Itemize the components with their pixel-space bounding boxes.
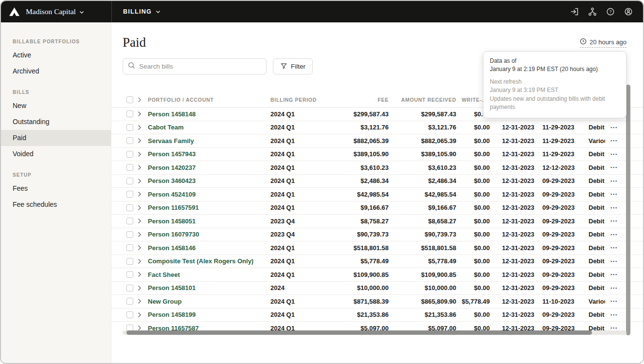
- sidebar-item-fees[interactable]: Fees: [1, 181, 111, 197]
- row-actions-menu[interactable]: ⋯: [605, 297, 623, 306]
- table-row[interactable]: Fact Sheet 2024 Q1 $109,900.85 $109,900.…: [111, 268, 643, 282]
- row-checkbox[interactable]: [126, 271, 133, 278]
- portfolio-account-link[interactable]: New Group: [148, 298, 270, 305]
- row-actions-menu[interactable]: ⋯: [605, 230, 623, 239]
- portfolio-account-link[interactable]: Person 1457943: [148, 150, 270, 158]
- table-row[interactable]: Cabot Team 2024 Q1 $3,121.76 $3,121.76 $…: [111, 121, 643, 135]
- row-expand-chevron[interactable]: [138, 312, 148, 318]
- column-fee[interactable]: FEE: [324, 97, 389, 103]
- table-row[interactable]: Person 1458199 2024 Q1 $21,353.86 $21,35…: [111, 309, 643, 322]
- row-actions-menu[interactable]: ⋯: [605, 243, 623, 252]
- row-checkbox[interactable]: [126, 231, 133, 238]
- row-actions-menu[interactable]: ⋯: [605, 163, 623, 172]
- table-row[interactable]: New Group 2024 Q1 $871,588.39 $865,809.9…: [111, 295, 643, 309]
- help-icon[interactable]: ?: [604, 5, 617, 18]
- row-checkbox[interactable]: [126, 164, 133, 171]
- table-row[interactable]: Person 1457943 2024 Q1 $389,105.90 $389,…: [111, 148, 643, 162]
- row-checkbox[interactable]: [126, 204, 133, 211]
- table-row[interactable]: Person 16079730 2023 Q4 $90,739.73 $90,7…: [111, 228, 643, 242]
- select-all-checkbox[interactable]: [126, 96, 133, 103]
- account-icon[interactable]: [622, 5, 635, 18]
- column-portfolio-account[interactable]: PORTFOLIO / ACCOUNT: [148, 97, 270, 103]
- filter-button[interactable]: Filter: [273, 58, 313, 74]
- portfolio-account-link[interactable]: Person 1458051: [148, 218, 270, 225]
- column-amount-received[interactable]: AMOUNT RECEIVED: [389, 97, 456, 103]
- row-checkbox[interactable]: [126, 285, 133, 291]
- sidebar-item-fee-schedules[interactable]: Fee schedules: [1, 197, 111, 213]
- row-checkbox[interactable]: [126, 191, 133, 198]
- expand-all-chevron[interactable]: [138, 97, 148, 103]
- portfolio-account-link[interactable]: Person 11657591: [148, 204, 270, 211]
- portfolio-account-link[interactable]: Servaas Family: [148, 137, 270, 145]
- org-switcher[interactable]: Madison Capital: [26, 7, 84, 16]
- vertical-scrollbar[interactable]: [626, 85, 630, 335]
- table-row[interactable]: Person 1458101 2024 $10,000.00 $10,000.0…: [111, 282, 643, 295]
- row-checkbox[interactable]: [126, 110, 133, 117]
- org-chart-icon[interactable]: [586, 5, 599, 18]
- sidebar-item-archived[interactable]: Archived: [1, 63, 111, 79]
- row-actions-menu[interactable]: ⋯: [605, 190, 623, 199]
- row-actions-menu[interactable]: ⋯: [605, 136, 623, 145]
- portfolio-account-link[interactable]: Person 1458101: [148, 284, 270, 291]
- addepar-logo-icon[interactable]: [9, 7, 19, 16]
- row-expand-chevron[interactable]: [138, 232, 148, 237]
- row-expand-chevron[interactable]: [138, 111, 148, 117]
- portfolio-account-link[interactable]: Cabot Team: [148, 124, 270, 131]
- row-checkbox[interactable]: [126, 218, 133, 224]
- row-actions-menu[interactable]: ⋯: [605, 284, 623, 292]
- sidebar-item-voided[interactable]: Voided: [1, 146, 111, 162]
- table-row[interactable]: Person 3460423 2024 Q1 $2,486.34 $2,486.…: [111, 175, 643, 188]
- row-checkbox[interactable]: [126, 137, 133, 144]
- row-actions-menu[interactable]: ⋯: [605, 123, 623, 132]
- row-expand-chevron[interactable]: [138, 285, 148, 291]
- sidebar-item-paid[interactable]: Paid: [1, 130, 111, 146]
- row-checkbox[interactable]: [126, 244, 133, 251]
- portfolio-account-link[interactable]: Person 3460423: [148, 177, 270, 184]
- portfolio-account-link[interactable]: Person 1458146: [148, 244, 270, 252]
- table-row[interactable]: Person 1458051 2023 Q4 $8,758.27 $8,658.…: [111, 215, 643, 228]
- sidebar-item-new[interactable]: New: [1, 98, 111, 114]
- row-expand-chevron[interactable]: [138, 138, 148, 144]
- row-expand-chevron[interactable]: [138, 151, 148, 157]
- row-expand-chevron[interactable]: [138, 125, 148, 130]
- row-checkbox[interactable]: [126, 151, 133, 158]
- row-expand-chevron[interactable]: [138, 205, 148, 211]
- row-actions-menu[interactable]: ⋯: [605, 217, 623, 225]
- sidebar-item-active[interactable]: Active: [1, 47, 111, 63]
- row-actions-menu[interactable]: ⋯: [605, 257, 623, 266]
- horizontal-scrollbar[interactable]: [126, 330, 592, 335]
- portfolio-account-link[interactable]: Person 1458148: [148, 110, 270, 118]
- table-row[interactable]: Person 1458146 2024 Q1 $518,801.58 $518,…: [111, 241, 643, 255]
- row-checkbox[interactable]: [126, 298, 133, 305]
- signout-icon[interactable]: [568, 5, 581, 18]
- portfolio-account-link[interactable]: Person 16079730: [148, 231, 270, 238]
- search-input[interactable]: [139, 63, 261, 70]
- table-row[interactable]: Person 11657591 2024 Q1 $9,166.67 $9,166…: [111, 201, 643, 215]
- row-expand-chevron[interactable]: [138, 258, 148, 264]
- column-billing-period[interactable]: BILLING PERIOD: [270, 97, 324, 103]
- row-checkbox[interactable]: [126, 124, 133, 131]
- portfolio-account-link[interactable]: Person 1458199: [148, 311, 270, 318]
- portfolio-account-link[interactable]: Fact Sheet: [148, 271, 270, 278]
- row-expand-chevron[interactable]: [138, 298, 148, 304]
- table-row[interactable]: Person 4524109 2024 Q1 $42,985.54 $42,98…: [111, 188, 643, 201]
- portfolio-account-link[interactable]: Person 4524109: [148, 191, 270, 198]
- row-expand-chevron[interactable]: [138, 245, 148, 251]
- row-expand-chevron[interactable]: [138, 164, 148, 170]
- row-expand-chevron[interactable]: [138, 272, 148, 277]
- table-row[interactable]: Person 1420237 2024 Q1 $3,610.23 $3,610.…: [111, 161, 643, 175]
- row-checkbox[interactable]: [126, 258, 133, 265]
- last-refresh-trigger[interactable]: 20 hours ago: [580, 38, 626, 48]
- row-actions-menu[interactable]: ⋯: [605, 177, 623, 185]
- portfolio-account-link[interactable]: Person 1420237: [148, 164, 270, 171]
- row-actions-menu[interactable]: ⋯: [605, 270, 623, 279]
- row-expand-chevron[interactable]: [138, 218, 148, 224]
- billing-section-menu[interactable]: BILLING: [123, 8, 161, 15]
- row-checkbox[interactable]: [126, 178, 133, 184]
- row-actions-menu[interactable]: ⋯: [605, 150, 623, 159]
- table-row[interactable]: Composite Test (Alex Rogers Only) 2024 Q…: [111, 255, 643, 269]
- row-actions-menu[interactable]: ⋯: [605, 310, 623, 319]
- row-expand-chevron[interactable]: [138, 178, 148, 184]
- row-checkbox[interactable]: [126, 311, 133, 318]
- sidebar-item-outstanding[interactable]: Outstanding: [1, 114, 111, 130]
